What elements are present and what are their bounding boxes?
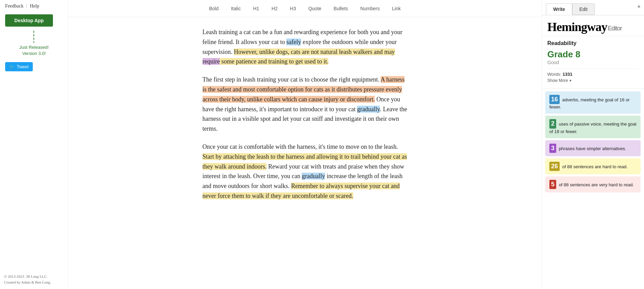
footer: © 2013-2023 .38 Long LLC. Created by Ada… xyxy=(4,274,51,285)
just-released-banner: Just Released! Version 3.0! xyxy=(5,29,63,57)
italic-button[interactable]: Italic xyxy=(229,4,243,13)
right-sidebar: Write Edit HemingwayEditor Readability G… xyxy=(542,0,644,289)
hard-stat-card: 26 of 88 sentences are hard to read. xyxy=(545,158,641,174)
help-link[interactable]: Help xyxy=(30,3,39,9)
feedback-link[interactable]: Feedback xyxy=(5,3,24,9)
simpler-text: phrases have simpler alternatives. xyxy=(559,146,626,151)
hard-sentence-2: Start by attaching the leash to the harn… xyxy=(203,153,407,170)
stats-section: 16 adverbs, meeting the goal of 16 or fe… xyxy=(542,89,644,195)
write-tab[interactable]: Write xyxy=(546,3,572,15)
words-count: Words: 1331 xyxy=(547,69,639,77)
hard-number: 26 xyxy=(549,162,560,171)
hemingway-logo: HemingwayEditor xyxy=(542,15,644,36)
passive-number: 2 xyxy=(549,119,556,128)
adverb-highlight-gradually: gradually xyxy=(357,106,380,113)
paragraph-2: The first step in leash training your ca… xyxy=(203,75,408,134)
adverb-highlight-safely: safely xyxy=(286,39,301,45)
link-button[interactable]: Link xyxy=(390,4,403,13)
hard-sentence-3: Remember to always supervise your cat an… xyxy=(203,183,400,199)
tab-bar: Write Edit xyxy=(542,0,644,15)
h3-button[interactable]: H3 xyxy=(288,4,298,13)
top-links: Feedback | Help xyxy=(5,3,63,9)
twitter-bird-icon: 🐦 xyxy=(9,64,15,69)
h1-button[interactable]: H1 xyxy=(251,4,261,13)
bold-button[interactable]: Bold xyxy=(207,4,221,13)
grade-label: Grade 8 xyxy=(547,49,639,60)
editor-area[interactable]: Leash training a cat can be a fun and re… xyxy=(196,20,414,216)
very-hard-number: 5 xyxy=(549,180,556,189)
adverb-highlight-gradually2: gradually xyxy=(302,173,325,179)
h2-button[interactable]: H2 xyxy=(270,4,280,13)
simpler-number: 3 xyxy=(549,144,556,153)
hard-text: of 88 sentences are hard to read. xyxy=(562,164,628,169)
tweet-button[interactable]: 🐦 Tweet xyxy=(5,62,33,71)
scroll-up-indicator[interactable]: ▲ xyxy=(636,3,641,9)
grade-desc: Good xyxy=(547,60,639,65)
adverbs-stat-card: 16 adverbs, meeting the goal of 16 or fe… xyxy=(545,91,641,114)
formatting-toolbar: Bold Italic H1 H2 H3 Quote Bullets Numbe… xyxy=(68,0,542,17)
adverbs-number: 16 xyxy=(549,95,560,104)
desktop-app-button[interactable]: Desktop App xyxy=(5,14,53,27)
readability-section: Readability Grade 8 Good Words: 1331 Sho… xyxy=(542,36,644,89)
numbers-button[interactable]: Numbers xyxy=(358,4,382,13)
logo-title: HemingwayEditor xyxy=(547,21,639,33)
paragraph-1: Leash training a cat can be a fun and re… xyxy=(203,27,408,67)
edit-tab[interactable]: Edit xyxy=(572,3,595,15)
bullets-button[interactable]: Bullets xyxy=(332,4,350,13)
adverbs-text: adverbs, meeting the goal of 16 or fewer… xyxy=(549,97,630,110)
simpler-stat-card: 3 phrases have simpler alternatives. xyxy=(545,140,641,156)
copyright: © 2013-2023 .38 Long LLC. xyxy=(4,274,51,279)
tweet-label: Tweet xyxy=(17,64,29,69)
very-hard-sentence-1: A harness is the safest and most comfort… xyxy=(203,76,405,103)
paragraph-3: Once your cat is comfortable with the ha… xyxy=(203,142,408,201)
words-label: Words: xyxy=(547,72,561,77)
hard-sentence-1: However, unlike dogs, cats are not natur… xyxy=(203,48,395,65)
show-more-button[interactable]: Show More xyxy=(547,77,572,84)
simpler-highlight-require: require xyxy=(203,58,220,65)
words-number: 1331 xyxy=(563,72,573,77)
left-sidebar: Feedback | Help Desktop App Just Release… xyxy=(0,0,68,289)
passive-stat-card: 2 uses of passive voice, meeting the goa… xyxy=(545,116,641,138)
quote-button[interactable]: Quote xyxy=(306,4,323,13)
divider: | xyxy=(26,3,27,9)
very-hard-text: of 88 sentences are very hard to read. xyxy=(559,182,634,187)
main-content: Leash training a cat can be a fun and re… xyxy=(68,0,542,289)
passive-text: uses of passive voice, meeting the goal … xyxy=(549,121,636,134)
readability-heading: Readability xyxy=(547,40,639,46)
created-by: Created by Adam & Ben Long. xyxy=(4,279,51,285)
very-hard-stat-card: 5 of 88 sentences are very hard to read. xyxy=(545,176,641,192)
